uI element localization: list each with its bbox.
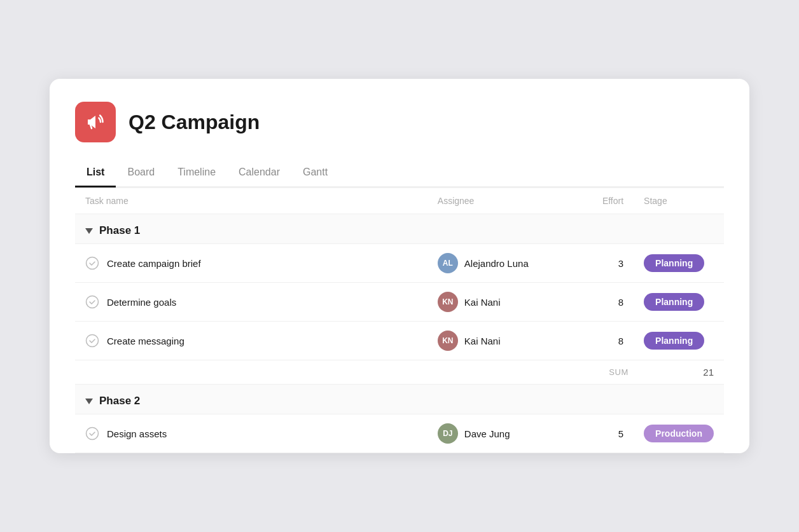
- stage-cell: Planning: [634, 283, 724, 322]
- sum-row: SUM 21: [75, 360, 724, 385]
- sum-label: SUM: [569, 360, 634, 385]
- tab-timeline[interactable]: Timeline: [166, 160, 227, 188]
- check-circle-icon: [85, 426, 99, 440]
- stage-cell: Production: [634, 414, 724, 453]
- table-row: Design assets DJ Dave Jung 5 Production: [75, 414, 724, 453]
- col-header-effort: Effort: [569, 188, 634, 214]
- tab-board[interactable]: Board: [116, 160, 166, 188]
- effort-cell: 3: [569, 244, 634, 283]
- task-name: Create campaign brief: [107, 258, 201, 269]
- task-name-cell: Design assets: [85, 426, 417, 440]
- project-header: Q2 Campaign: [75, 102, 724, 142]
- task-name-cell: Create messaging: [85, 334, 417, 348]
- svg-point-1: [87, 257, 99, 269]
- project-icon: [75, 102, 116, 142]
- tab-list[interactable]: List: [75, 160, 116, 188]
- tab-calendar[interactable]: Calendar: [227, 160, 291, 188]
- table-row: Create campaign brief AL Alejandro Luna …: [75, 244, 724, 283]
- group-name: Phase 1: [99, 224, 140, 237]
- task-name: Create messaging: [107, 336, 184, 346]
- task-name-cell: Create campaign brief: [85, 256, 417, 270]
- assignee-name: Kai Nani: [464, 297, 501, 308]
- effort-cell: 8: [569, 283, 634, 322]
- tab-gantt[interactable]: Gantt: [291, 160, 339, 188]
- megaphone-icon: [84, 111, 107, 133]
- avatar: AL: [438, 253, 458, 273]
- assignee-name: Dave Jung: [464, 428, 510, 439]
- avatar: KN: [438, 292, 458, 312]
- effort-cell: 8: [569, 322, 634, 360]
- stage-cell: Planning: [634, 244, 724, 283]
- col-header-assignee: Assignee: [427, 188, 569, 214]
- assignee-cell: DJ Dave Jung: [438, 423, 559, 444]
- stage-badge: Planning: [644, 254, 704, 272]
- sum-value: 21: [634, 360, 724, 385]
- task-table: Task name Assignee Effort Stage Phase 1 …: [75, 188, 724, 453]
- svg-point-3: [87, 335, 99, 347]
- col-header-stage: Stage: [634, 188, 724, 214]
- group-row[interactable]: Phase 1: [75, 214, 724, 244]
- assignee-cell: KN Kai Nani: [438, 292, 559, 312]
- check-circle-icon: [85, 295, 99, 309]
- stage-badge: Planning: [644, 293, 704, 311]
- assignee-name: Alejandro Luna: [464, 258, 529, 269]
- assignee-cell: AL Alejandro Luna: [438, 253, 559, 273]
- stage-badge: Planning: [644, 332, 704, 350]
- task-name: Design assets: [107, 428, 167, 439]
- table-row: Create messaging KN Kai Nani 8 Planning: [75, 322, 724, 360]
- svg-point-2: [87, 296, 99, 308]
- view-tabs: List Board Timeline Calendar Gantt: [75, 160, 724, 188]
- assignee-cell: KN Kai Nani: [438, 331, 559, 351]
- table-row: Determine goals KN Kai Nani 8 Planning: [75, 283, 724, 322]
- stage-cell: Planning: [634, 322, 724, 360]
- group-row[interactable]: Phase 2: [75, 385, 724, 414]
- chevron-down-icon: [85, 399, 93, 404]
- page-title: Q2 Campaign: [129, 111, 260, 134]
- project-card: Q2 Campaign List Board Timeline Calendar…: [50, 79, 749, 453]
- chevron-down-icon: [85, 228, 93, 234]
- effort-cell: 5: [569, 414, 634, 453]
- check-circle-icon: [85, 334, 99, 348]
- check-circle-icon: [85, 256, 99, 270]
- assignee-name: Kai Nani: [464, 336, 501, 346]
- task-name-cell: Determine goals: [85, 295, 417, 309]
- svg-point-4: [87, 428, 99, 440]
- avatar: DJ: [438, 423, 458, 444]
- group-name: Phase 2: [99, 395, 140, 407]
- stage-badge: Production: [644, 425, 714, 442]
- task-name: Determine goals: [107, 297, 176, 308]
- avatar: KN: [438, 331, 458, 351]
- col-header-task: Task name: [75, 188, 427, 214]
